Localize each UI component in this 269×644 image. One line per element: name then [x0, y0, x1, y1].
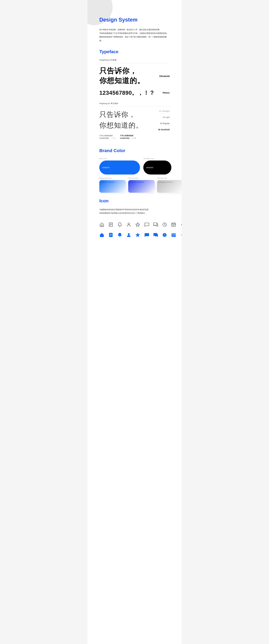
- pingfang-font-name: PingFang SC 苹方简体: [99, 102, 170, 105]
- fangzheng-weight2: Heavy: [163, 92, 170, 94]
- chat-icon-default: [144, 222, 149, 228]
- chat-icon-hover: [144, 232, 149, 238]
- pingfang-weights: 01 Ultralight 03 Light 04 Regular 06 Sem…: [158, 110, 170, 131]
- home-icon-default: [99, 222, 104, 228]
- page-title: Design System: [99, 0, 170, 23]
- document-icon-hover: [108, 232, 113, 238]
- typeface-title: Typeface: [99, 49, 170, 54]
- fangzheng-sample1: 只告诉你，: [99, 66, 145, 75]
- fangzheng-sample2: 你想知道的。: [99, 76, 145, 85]
- icon-title: Icon: [99, 198, 170, 204]
- bg-color-label: Background Color: [99, 177, 126, 179]
- intro-text: 设计系统从字体选择、品牌色调、标志设计入手，输出适合主题内容的结果。 字体的选择…: [99, 28, 170, 42]
- person-icon-default: [126, 222, 131, 228]
- pingfang-sample1: 只告诉你，: [99, 110, 143, 119]
- fangzheng-weight1: Ultrabold: [159, 75, 170, 78]
- fangzheng-block: FangZheng 方正筑紫 只告诉你， 你想知道的。 Ultrabold 12…: [99, 59, 170, 97]
- home-icon-hover: [99, 232, 104, 238]
- bell-icon-hover: [117, 232, 122, 238]
- default-label: Default: [181, 223, 182, 226]
- icon-desc: 功能图标的绘制多采用圆角和平滑的特征来保持本身的舒适度。 绘制的图标样式按照默认…: [99, 208, 170, 215]
- bg-color-swatch: #106CF5~#FFFFFF: [99, 180, 126, 193]
- text-main-color-label: Text Main Color: [143, 158, 171, 160]
- fangzheng-font-name: FangZheng 方正筑紫: [99, 59, 170, 61]
- pingfang-sample2: 你想知道的。: [99, 121, 143, 130]
- svg-marker-2: [136, 223, 140, 226]
- clock-icon-hover: [162, 232, 167, 238]
- text-sub-color1-hex: #2D41ED~#FFFFFF: [130, 182, 144, 183]
- text-sub-color1-label: Text Sub Color: [128, 177, 155, 179]
- swatch-top-row: Main Color #106CF5 Text Main Color #0000…: [99, 158, 170, 174]
- person-icon-hover: [126, 232, 131, 238]
- svg-point-1: [128, 223, 130, 224]
- pingfang-block: PingFang SC 苹方简体 只告诉你， 你想知道的。 01 Ultrali…: [99, 102, 170, 140]
- swatch-bottom-row: Background Color #106CF5~#FFFFFF Text Su…: [99, 177, 170, 193]
- text-sub-color2-hex: #BABABA~#FFFFFF: [159, 182, 173, 183]
- text-main-color-col: Text Main Color #000000: [143, 158, 171, 174]
- main-color-swatch: #106CF5: [99, 160, 140, 174]
- main-color-hex: #106CF5: [102, 166, 110, 169]
- calendar-icon-default: [171, 222, 176, 228]
- brand-color-title: Brand Color: [99, 148, 170, 153]
- main-color-label: Main Color: [99, 158, 140, 160]
- pingfang-small-semibold: 只关心你想知道的 1234567890。，！？: [120, 134, 136, 140]
- chat-double-icon-default: [153, 222, 158, 228]
- icon-section: Icon 功能图标的绘制多采用圆角和平滑的特征来保持本身的舒适度。 绘制的图标样…: [99, 198, 170, 238]
- typeface-section: Typeface FangZheng 方正筑紫 只告诉你， 你想知道的。 Ult…: [99, 49, 170, 140]
- text-main-color-swatch: #000000: [143, 160, 171, 174]
- main-color-col: Main Color #106CF5: [99, 158, 140, 174]
- svg-point-6: [128, 233, 130, 235]
- svg-marker-7: [136, 233, 140, 237]
- chat-double-icon-hover: [153, 232, 158, 238]
- text-main-color-hex: #000000: [146, 166, 153, 169]
- clock-icon-default: [162, 222, 167, 228]
- pingfang-small-regular: 只关心你想知道的 1234567890。，！？: [99, 134, 115, 140]
- hover-label: Hover: [181, 234, 182, 236]
- icon-default-row: Default: [99, 222, 170, 228]
- text-sub-color1-col: Text Sub Color #2D41ED~#FFFFFF: [128, 177, 155, 193]
- text-sub-color2-swatch: #BABABA~#FFFFFF: [157, 180, 182, 193]
- star-icon-default: [135, 222, 140, 228]
- fangzheng-nums: 1234567890。，！？: [99, 89, 155, 97]
- document-icon-default: [108, 222, 113, 228]
- text-sub-color2-col: Text Sub Color #BABABA~#FFFFFF: [157, 177, 182, 193]
- text-sub-color2-label: Text Sub Color: [157, 177, 182, 179]
- calendar-icon-hover: [171, 232, 176, 238]
- text-sub-color1-swatch: #2D41ED~#FFFFFF: [128, 180, 155, 193]
- bg-color-hex: #106CF5~#FFFFFF: [101, 182, 115, 183]
- brand-color-section: Brand Color Main Color #106CF5 Text Main…: [99, 148, 170, 193]
- bell-icon-default: [117, 222, 122, 228]
- bg-color-col: Background Color #106CF5~#FFFFFF: [99, 177, 126, 193]
- icon-hover-row: Hover: [99, 232, 170, 238]
- star-icon-hover: [135, 232, 140, 238]
